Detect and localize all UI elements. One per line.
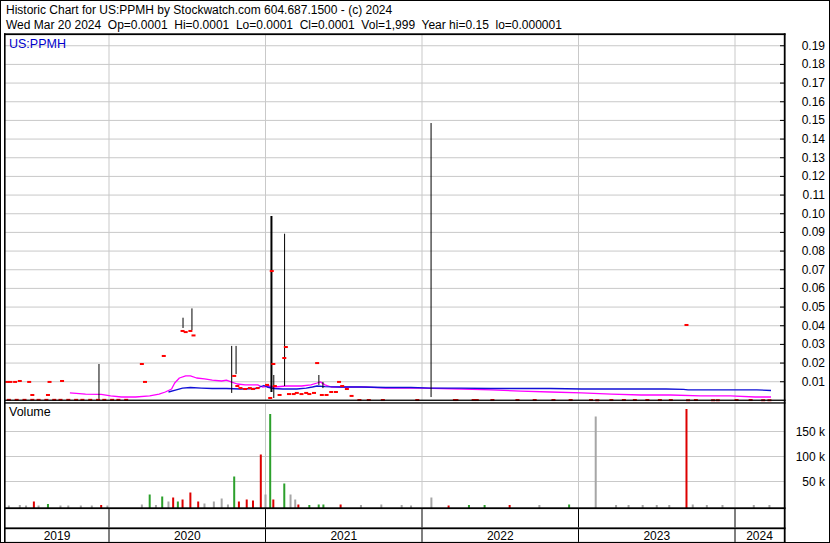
price-axis-tick-label: 0.09 (802, 225, 826, 239)
volume-axis-tick-label: 100 k (796, 450, 826, 464)
chart-canvas: 0.190.180.170.160.150.140.130.120.110.10… (1, 1, 830, 543)
year-axis-label: 2019 (44, 529, 71, 543)
year-axis-label: 2024 (746, 529, 773, 543)
price-axis-tick-label: 0.10 (802, 207, 826, 221)
price-axis-tick-label: 0.11 (803, 188, 826, 202)
price-axis-tick-label: 0.12 (802, 169, 826, 183)
price-axis-tick-label: 0.04 (802, 319, 826, 333)
price-axis-tick-label: 0.15 (802, 113, 826, 127)
volume-axis-tick-label: 50 k (802, 475, 826, 489)
volume-pane-label: Volume (9, 405, 51, 419)
price-axis-tick-label: 0.17 (802, 76, 826, 90)
year-axis-label: 2021 (330, 529, 357, 543)
price-axis-tick-label: 0.03 (802, 337, 826, 351)
ma-line (70, 376, 771, 397)
price-axis-tick-label: 0.16 (802, 95, 826, 109)
axis-labels: 0.190.180.170.160.150.140.130.120.110.10… (44, 39, 826, 543)
symbol-label: US:PPMH (9, 37, 66, 51)
price-axis-tick-label: 0.08 (802, 244, 826, 258)
year-axis-label: 2022 (487, 529, 514, 543)
stockwatch-chart-window: Historic Chart for US:PPMH by Stockwatch… (0, 0, 830, 543)
year-axis-label: 2023 (643, 529, 670, 543)
price-axis-tick-label: 0.13 (802, 151, 826, 165)
volume-axis-tick-label: 150 k (796, 425, 826, 439)
volume-bars (8, 409, 771, 508)
price-axis-tick-label: 0.19 (802, 39, 826, 53)
price-axis-tick-label: 0.06 (802, 281, 826, 295)
year-axis-label: 2020 (174, 529, 201, 543)
price-pane (1, 123, 771, 401)
price-axis-tick-label: 0.02 (802, 356, 826, 370)
price-axis-tick-label: 0.14 (802, 132, 826, 146)
price-axis-tick-label: 0.07 (802, 263, 826, 277)
price-axis-tick-label: 0.01 (802, 375, 826, 389)
price-axis-tick-label: 0.18 (802, 57, 826, 71)
price-axis-tick-label: 0.05 (802, 300, 826, 314)
gridlines (5, 35, 784, 508)
